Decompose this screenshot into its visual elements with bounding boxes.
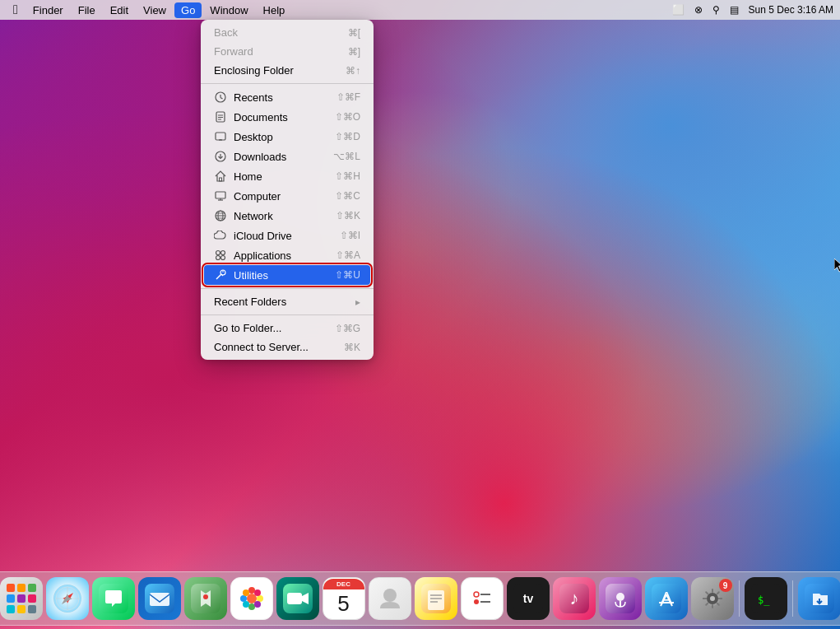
menu-item-icloud-shortcut: ⇧⌘I	[340, 230, 360, 241]
menubar-view[interactable]: View	[137, 2, 173, 18]
menu-item-desktop-shortcut: ⇧⌘D	[335, 131, 360, 142]
svg-line-2	[220, 98, 223, 100]
menu-item-enclosing-label: Enclosing Folder	[214, 64, 346, 77]
menubar-go[interactable]: Go	[174, 2, 202, 18]
menu-item-icloud[interactable]: iCloud Drive ⇧⌘I	[201, 226, 374, 245]
dock-system-preferences[interactable]: 9	[691, 577, 734, 620]
svg-point-24	[221, 256, 225, 260]
menu-item-go-to-folder-shortcut: ⇧⌘G	[335, 323, 360, 334]
svg-point-54	[254, 589, 261, 596]
menubar-finder[interactable]: Finder	[26, 2, 70, 18]
menubar-window[interactable]: Window	[203, 2, 254, 18]
svg-rect-12	[220, 178, 222, 181]
dock-calendar[interactable]: DEC 5	[323, 577, 365, 620]
menu-item-enclosing-shortcut: ⌘↑	[346, 65, 360, 77]
apple-menu[interactable]: 	[7, 2, 25, 17]
menu-item-forward[interactable]: Forward ⌘]	[201, 42, 374, 61]
menu-item-forward-shortcut: ⌘]	[348, 46, 360, 58]
svg-rect-85	[712, 604, 713, 608]
svg-point-21	[216, 251, 220, 255]
menu-item-utilities[interactable]: Utilities ⇧⌘U	[204, 265, 370, 285]
menubar-wifi-icon: ⊗	[694, 4, 703, 16]
dock-safari[interactable]	[46, 577, 89, 620]
svg-text:$_: $_	[758, 594, 770, 606]
menu-item-computer[interactable]: Computer ⇧⌘C	[201, 186, 374, 206]
menu-item-recents[interactable]: Recents ⇧⌘F	[201, 87, 374, 107]
dock-appstore[interactable]: A	[645, 577, 688, 620]
dock-separator	[739, 580, 740, 617]
svg-point-66	[474, 592, 479, 597]
menu-item-go-to-folder[interactable]: Go to Folder... ⇧⌘G	[201, 319, 374, 338]
menu-item-enclosing-folder[interactable]: Enclosing Folder ⌘↑	[201, 61, 374, 80]
svg-point-60	[383, 589, 397, 602]
svg-text:tv: tv	[522, 592, 533, 605]
svg-text:A: A	[660, 588, 672, 608]
svg-point-22	[221, 251, 225, 255]
menu-item-documents-shortcut: ⇧⌘O	[335, 111, 360, 123]
svg-point-52	[257, 595, 263, 602]
desktop-icon	[214, 130, 227, 143]
svg-point-83	[710, 596, 715, 601]
svg-rect-84	[712, 589, 713, 593]
documents-icon	[214, 110, 227, 123]
calendar-day: 5	[323, 589, 364, 618]
menubar-help[interactable]: Help	[257, 2, 292, 18]
menubar-file[interactable]: File	[72, 2, 102, 18]
menu-item-back-shortcut: ⌘[	[348, 27, 360, 39]
menu-item-forward-label: Forward	[214, 45, 348, 58]
menubar-battery-icon: ▤	[730, 4, 739, 16]
utilities-icon	[214, 268, 227, 282]
desktop-background	[0, 0, 840, 629]
menu-item-desktop-label: Desktop	[234, 131, 335, 143]
menubar-screen-icon: ⬜	[672, 4, 685, 16]
dock-music[interactable]: ♪	[553, 577, 596, 620]
dock-terminal[interactable]: $_	[745, 577, 787, 620]
computer-icon	[214, 189, 227, 203]
menubar-search-icon[interactable]: ⚲	[712, 4, 720, 16]
menu-item-documents[interactable]: Documents ⇧⌘O	[201, 107, 374, 127]
svg-point-68	[474, 599, 479, 604]
dock-launchpad[interactable]	[0, 577, 43, 620]
dock-photos[interactable]	[230, 577, 273, 620]
svg-point-23	[216, 256, 220, 260]
dock-notes[interactable]	[415, 577, 457, 620]
menu-item-recent-folders-label: Recent Folders	[214, 296, 355, 308]
menubar-edit[interactable]: Edit	[104, 2, 135, 18]
icloud-icon	[214, 229, 227, 242]
menu-item-applications-shortcut: ⇧⌘A	[336, 249, 360, 261]
menu-item-applications-label: Applications	[234, 249, 336, 262]
menu-item-back[interactable]: Back ⌘[	[201, 23, 374, 42]
svg-point-49	[248, 587, 255, 594]
menubar-right: ⬜ ⊗ ⚲ ▤ Sun 5 Dec 3:16 AM	[672, 4, 833, 16]
svg-text:♪: ♪	[569, 588, 578, 608]
dock-files[interactable]	[798, 577, 841, 620]
menu-item-downloads[interactable]: Downloads ⌥⌘L	[201, 147, 374, 166]
dock-contacts[interactable]	[369, 577, 411, 620]
svg-point-50	[248, 603, 255, 610]
menu-item-connect-shortcut: ⌘K	[344, 342, 360, 353]
dock-mail[interactable]	[138, 577, 181, 620]
system-preferences-badge: 9	[719, 579, 732, 592]
recents-icon	[214, 91, 227, 104]
dock-reminders[interactable]	[461, 577, 504, 620]
menu-item-downloads-label: Downloads	[234, 151, 333, 163]
svg-point-51	[240, 595, 247, 602]
dock-facetime[interactable]	[276, 577, 319, 620]
menu-item-applications[interactable]: Applications ⇧⌘A	[201, 245, 374, 265]
dock-maps[interactable]	[184, 577, 227, 620]
menu-item-connect-server[interactable]: Connect to Server... ⌘K	[201, 338, 374, 356]
svg-line-25	[216, 274, 221, 279]
menu-item-home-label: Home	[234, 170, 335, 183]
dock-podcasts[interactable]	[599, 577, 642, 620]
menu-item-desktop[interactable]: Desktop ⇧⌘D	[201, 127, 374, 147]
dock-messages[interactable]	[92, 577, 135, 620]
dock-tv[interactable]: tv	[507, 577, 550, 620]
menu-item-network[interactable]: Network ⇧⌘K	[201, 206, 374, 226]
menu-item-utilities-label: Utilities	[234, 269, 335, 282]
menu-item-home-shortcut: ⇧⌘H	[335, 170, 360, 182]
menu-item-home[interactable]: Home ⇧⌘H	[201, 166, 374, 186]
menu-item-recent-folders[interactable]: Recent Folders ▸	[201, 292, 374, 311]
svg-rect-13	[216, 192, 225, 198]
svg-point-75	[616, 593, 624, 601]
svg-point-55	[243, 601, 249, 608]
